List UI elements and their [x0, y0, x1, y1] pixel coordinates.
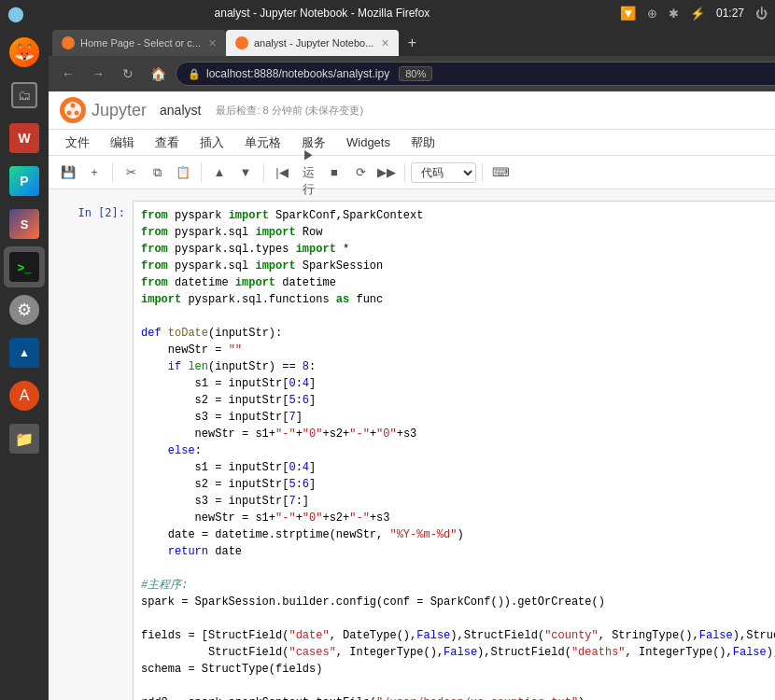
- paste-button[interactable]: 📋: [171, 161, 195, 185]
- menu-bar: 文件 编辑 查看 插入 单元格 服务 Widgets 帮助 可信的 Python…: [49, 130, 775, 156]
- cell-1-prompt: In [2]:: [58, 201, 133, 700]
- content-area: Home Page - Select or c... ✕ analyst - J…: [49, 26, 775, 700]
- menu-edit[interactable]: 编辑: [101, 132, 144, 154]
- forward-button[interactable]: →: [86, 62, 110, 86]
- menu-help[interactable]: 帮助: [402, 132, 444, 154]
- battery-icon: ⚡: [690, 7, 705, 21]
- sidebar-icon-pycharm[interactable]: P: [4, 161, 45, 202]
- jupyter-logo-icon: [60, 97, 86, 123]
- back-button[interactable]: ←: [56, 62, 80, 86]
- sidebar-icon-sublime[interactable]: S: [4, 203, 45, 245]
- left-sidebar: 🦊 🗂 W P S >_ ⚙ ▲ A 📁: [0, 26, 49, 700]
- clock: 01:27: [716, 7, 744, 20]
- sidebar-icon-terminal[interactable]: >_: [4, 246, 45, 287]
- run-button[interactable]: ▶ 运行: [296, 161, 320, 185]
- tab-analyst[interactable]: analyst - Jupyter Notebo... ✕: [226, 30, 399, 56]
- command-palette-button[interactable]: ⌨: [488, 161, 513, 185]
- move-up-button[interactable]: ▲: [207, 161, 232, 185]
- save-button[interactable]: 💾: [56, 161, 80, 185]
- tab-home-close[interactable]: ✕: [208, 37, 217, 49]
- svg-point-3: [67, 111, 72, 116]
- tab-analyst-close[interactable]: ✕: [381, 37, 389, 49]
- jupyter-save-info: 最后检查: 8 分钟前 (未保存变更): [216, 104, 363, 118]
- os-icon: ⬤: [7, 5, 24, 21]
- power-icon[interactable]: ⏻: [755, 7, 768, 21]
- run-previous-button[interactable]: |◀: [270, 161, 294, 185]
- notebook-toolbar: 💾 + ✂ ⧉ 📋 ▲ ▼ |◀ ▶ 运行 ■ ⟳ ▶▶ 代码: [49, 156, 775, 189]
- new-tab-button[interactable]: +: [399, 30, 425, 56]
- tab-analyst-favicon: [235, 36, 248, 49]
- minimize-icon[interactable]: 🔽: [620, 6, 636, 21]
- jupyter-logo: Jupyter: [60, 97, 147, 123]
- restart-button[interactable]: ⟳: [348, 161, 373, 185]
- svg-point-2: [75, 111, 79, 116]
- jupyter-brand: Jupyter: [92, 101, 147, 120]
- zoom-level[interactable]: 80%: [399, 66, 432, 81]
- refresh-button[interactable]: ↻: [116, 62, 140, 86]
- cell-type-select[interactable]: 代码: [411, 162, 476, 183]
- menu-cell[interactable]: 单元格: [235, 132, 290, 154]
- move-down-button[interactable]: ▼: [233, 161, 258, 185]
- sidebar-icon-cmake[interactable]: ▲: [4, 332, 45, 373]
- sidebar-icon-apt[interactable]: A: [4, 375, 45, 416]
- tab-home-favicon: [62, 36, 75, 49]
- network-icon: ⊕: [647, 7, 657, 21]
- add-cell-button[interactable]: +: [82, 161, 106, 185]
- bluetooth-icon: ✱: [669, 7, 679, 21]
- tab-home[interactable]: Home Page - Select or c... ✕: [52, 30, 226, 56]
- sidebar-icon-settings[interactable]: ⚙: [4, 289, 45, 330]
- window-titlebar: ⬤ analyst - Jupyter Notebook - Mozilla F…: [0, 0, 775, 26]
- address-text: localhost:8888/notebooks/analyst.ipy: [206, 67, 389, 80]
- menu-view[interactable]: 查看: [146, 132, 189, 154]
- menu-file[interactable]: 文件: [56, 132, 99, 154]
- copy-button[interactable]: ⧉: [145, 161, 169, 185]
- interrupt-button[interactable]: ■: [322, 161, 346, 185]
- toolbar-separator-2: [201, 163, 202, 182]
- jupyter-area: Jupyter analyst 最后检查: 8 分钟前 (未保存变更) 🐍 注销…: [49, 91, 775, 700]
- notebook-content[interactable]: In [2]: from pyspark import SparkConf,Sp…: [49, 189, 775, 700]
- svg-point-1: [71, 104, 76, 108]
- lock-icon: 🔒: [188, 68, 201, 80]
- address-bar: ← → ↻ 🏠 🔒 localhost:8888/notebooks/analy…: [49, 56, 775, 91]
- sidebar-icon-firefox[interactable]: 🦊: [4, 32, 45, 73]
- sidebar-icon-filemanager[interactable]: 📁: [4, 418, 45, 459]
- toolbar-separator-4: [404, 163, 405, 182]
- tab-home-label: Home Page - Select or c...: [80, 37, 201, 49]
- sidebar-icon-wps[interactable]: W: [4, 118, 45, 159]
- menu-insert[interactable]: 插入: [190, 132, 233, 154]
- run-all-button[interactable]: ▶▶: [374, 161, 399, 185]
- toolbar-separator-3: [263, 163, 264, 182]
- tab-bar: Home Page - Select or c... ✕ analyst - J…: [49, 26, 775, 56]
- tab-analyst-label: analyst - Jupyter Notebo...: [254, 37, 373, 49]
- toolbar-separator-1: [112, 163, 113, 182]
- sidebar-icon-files[interactable]: 🗂: [4, 75, 45, 116]
- cut-button[interactable]: ✂: [119, 161, 143, 185]
- cell-1-content[interactable]: from pyspark import SparkConf,SparkConte…: [133, 201, 775, 700]
- address-input[interactable]: 🔒 localhost:8888/notebooks/analyst.ipy 8…: [176, 62, 775, 86]
- jupyter-filename[interactable]: analyst: [160, 103, 201, 118]
- titlebar-right-icons[interactable]: 🔽 ⊕ ✱ ⚡ 01:27 ⏻: [620, 6, 768, 21]
- home-button[interactable]: 🏠: [146, 62, 170, 86]
- menu-widgets[interactable]: Widgets: [337, 133, 400, 152]
- window-title: analyst - Jupyter Notebook - Mozilla Fir…: [24, 7, 620, 20]
- jupyter-header: Jupyter analyst 最后检查: 8 分钟前 (未保存变更) 🐍 注销: [49, 91, 775, 130]
- toolbar-separator-5: [482, 163, 483, 182]
- cell-1: In [2]: from pyspark import SparkConf,Sp…: [49, 201, 775, 700]
- titlebar-left-icons: ⬤: [7, 5, 24, 21]
